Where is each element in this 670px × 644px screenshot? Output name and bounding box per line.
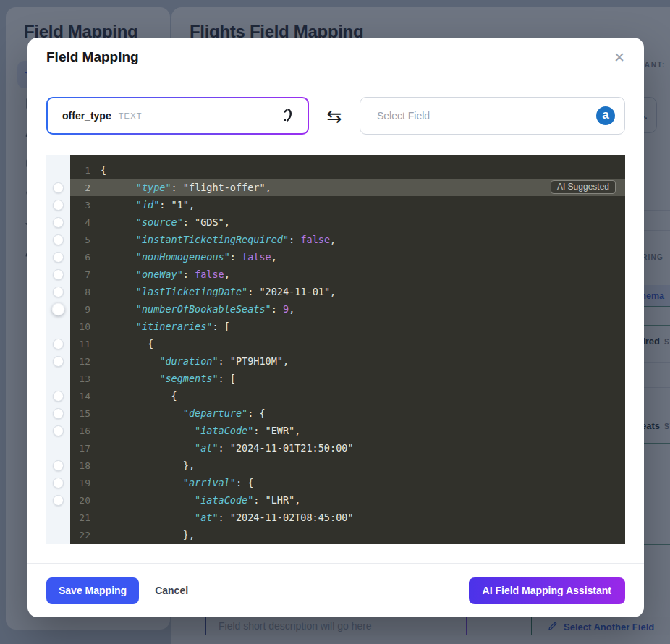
line-number: 22 <box>70 526 101 543</box>
code-text: "departure": { <box>101 404 625 422</box>
line-number: 5 <box>70 231 101 248</box>
line-number: 18 <box>70 457 101 474</box>
code-text: "itineraries": [ <box>101 318 625 335</box>
line-select-radio[interactable] <box>53 478 64 488</box>
code-text: "iataCode": "EWR", <box>101 422 625 439</box>
code-line: 12 "duration": "PT9H10M", <box>46 352 625 370</box>
source-field-input[interactable]: offer_type TEXT <box>46 97 309 135</box>
line-gutter <box>46 526 70 543</box>
line-select-radio[interactable] <box>53 495 64 506</box>
source-field-inner: offer_type TEXT <box>48 98 308 133</box>
target-field: a <box>360 97 625 135</box>
code-text: "numberOfBookableSeats": 9, <box>101 300 625 318</box>
line-number: 10 <box>70 318 101 335</box>
line-gutter <box>46 266 70 283</box>
line-gutter <box>46 387 70 404</box>
line-select-radio[interactable] <box>53 425 64 436</box>
line-gutter <box>46 404 70 422</box>
close-icon[interactable]: ✕ <box>614 51 625 64</box>
line-gutter <box>46 509 70 526</box>
line-number: 15 <box>70 404 101 422</box>
line-number: 9 <box>70 300 101 318</box>
code-line: 8 "lastTicketingDate": "2024-11-01", <box>46 283 625 300</box>
line-gutter <box>46 283 70 300</box>
code-line: 6 "nonHomogeneous": false, <box>46 248 625 266</box>
line-number: 4 <box>70 213 101 231</box>
code-text: }, <box>101 526 625 543</box>
code-line: 19 "arrival": { <box>46 474 625 491</box>
line-number: 3 <box>70 196 101 213</box>
line-gutter <box>46 318 70 335</box>
swap-arrows-icon: ⇆ <box>327 106 342 127</box>
line-gutter <box>46 161 70 179</box>
line-gutter <box>46 213 70 231</box>
ai-suggested-badge: AI Suggested <box>551 180 616 194</box>
line-gutter <box>46 422 70 439</box>
code-line: 1{ <box>46 161 625 179</box>
line-number: 13 <box>70 370 101 387</box>
line-select-radio[interactable] <box>53 408 64 419</box>
source-field-name: offer_type <box>62 110 111 122</box>
code-text: "segments": [ <box>101 370 625 387</box>
code-line: 15 "departure": { <box>46 404 625 422</box>
line-number: 2 <box>70 179 101 196</box>
line-number: 14 <box>70 387 101 404</box>
code-line: 20 "iataCode": "LHR", <box>46 491 625 509</box>
line-number: 1 <box>70 161 101 179</box>
code-line: 11 { <box>46 335 625 352</box>
line-select-radio[interactable] <box>53 391 64 402</box>
duffel-logo-icon <box>279 107 296 124</box>
code-line: 9 "numberOfBookableSeats": 9, <box>46 300 625 318</box>
code-line: 10 "itineraries": [ <box>46 318 625 335</box>
line-number: 12 <box>70 352 101 370</box>
code-line: 16 "iataCode": "EWR", <box>46 422 625 439</box>
modal-title: Field Mapping <box>46 49 139 65</box>
line-select-radio[interactable] <box>53 339 64 349</box>
code-line: 22 }, <box>46 526 625 543</box>
code-text: { <box>101 387 625 404</box>
code-line: 2 "type": "flight-offer",AI Suggested <box>46 179 625 196</box>
line-select-radio[interactable] <box>52 302 65 315</box>
mapping-fields-row: offer_type TEXT ⇆ a <box>46 97 625 135</box>
line-select-radio[interactable] <box>53 460 64 471</box>
line-select-radio[interactable] <box>53 287 64 297</box>
line-select-radio[interactable] <box>53 234 64 245</box>
line-gutter <box>46 231 70 248</box>
line-select-radio[interactable] <box>53 252 64 263</box>
code-line: 5 "instantTicketingRequired": false, <box>46 231 625 248</box>
code-line: 17 "at": "2024-11-01T21:50:00" <box>46 439 625 457</box>
line-gutter <box>46 370 70 387</box>
line-gutter <box>46 196 70 213</box>
code-line: 14 { <box>46 387 625 404</box>
screen: Field Mapping Flights Field Mapping VARI… <box>0 0 670 644</box>
modal-footer: Save Mapping Cancel AI Field Mapping Ass… <box>27 563 644 617</box>
line-number: 8 <box>70 283 101 300</box>
line-gutter <box>46 352 70 370</box>
code-text: "oneWay": false, <box>101 266 625 283</box>
code-line: 18 }, <box>46 457 625 474</box>
code-text: "arrival": { <box>101 474 625 491</box>
ai-field-mapping-assistant-button[interactable]: AI Field Mapping Assistant <box>469 577 625 604</box>
line-number: 20 <box>70 491 101 509</box>
swap-cell: ⇆ <box>309 106 360 127</box>
code-text: { <box>101 335 625 352</box>
code-line: 13 "segments": [ <box>46 370 625 387</box>
target-field-input[interactable] <box>360 97 625 135</box>
save-mapping-button[interactable]: Save Mapping <box>46 577 139 604</box>
line-select-radio[interactable] <box>53 269 64 280</box>
code-line: 7 "oneWay": false, <box>46 266 625 283</box>
line-gutter <box>46 300 70 318</box>
code-text: "id": "1", <box>101 196 625 213</box>
line-number: 6 <box>70 248 101 266</box>
code-line: 3 "id": "1", <box>46 196 625 213</box>
amadeus-logo-icon: a <box>596 106 615 125</box>
line-gutter <box>46 335 70 352</box>
line-select-radio[interactable] <box>53 356 64 367</box>
json-code-viewer[interactable]: 1{2 "type": "flight-offer",AI Suggested3… <box>46 155 625 544</box>
cancel-button[interactable]: Cancel <box>145 577 198 604</box>
line-select-radio[interactable] <box>53 217 64 228</box>
line-select-radio[interactable] <box>53 200 64 211</box>
line-gutter <box>46 179 70 196</box>
field-mapping-modal: Field Mapping ✕ offer_type TEXT <box>27 38 644 617</box>
line-select-radio[interactable] <box>53 182 64 193</box>
